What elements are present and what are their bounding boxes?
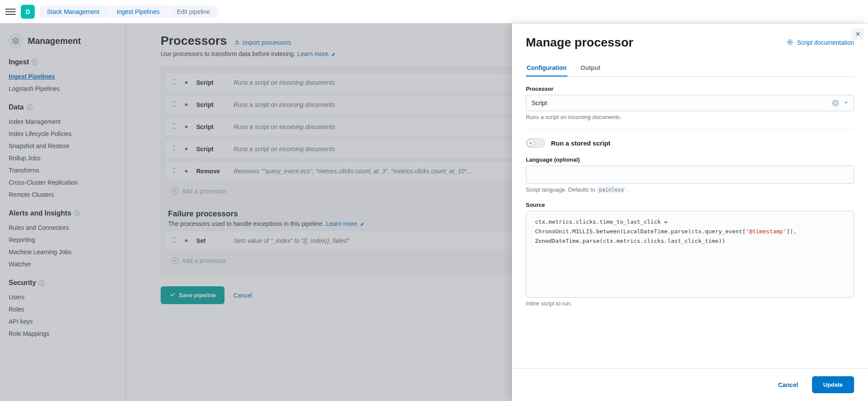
tab-output[interactable]: Output xyxy=(580,60,601,76)
script-documentation-label: Script documentation xyxy=(797,39,854,46)
language-input[interactable] xyxy=(526,166,854,184)
language-help-text: Script language. Defaults to painless . xyxy=(526,186,854,193)
space-avatar[interactable]: D xyxy=(21,5,35,19)
source-field-label: Source xyxy=(526,202,854,208)
breadcrumb-stack-management[interactable]: Stack Management xyxy=(40,6,107,18)
tab-configuration[interactable]: Configuration xyxy=(526,60,568,76)
flyout-footer: Cancel Update xyxy=(512,368,868,401)
language-field-label: Language (optional) xyxy=(526,156,854,163)
chevron-down-icon xyxy=(843,99,848,106)
stored-script-toggle[interactable]: ✕ xyxy=(526,138,545,148)
script-documentation-link[interactable]: Script documentation xyxy=(786,39,854,47)
divider xyxy=(526,129,854,129)
stored-script-label: Run a stored script xyxy=(551,139,611,147)
top-bar: D Stack Management Ingest Pipelines Edit… xyxy=(0,0,868,23)
processor-help-text: Runs a script on incoming documents. xyxy=(526,114,854,120)
svg-point-0 xyxy=(787,40,792,45)
source-code-editor[interactable]: ctx.metrics.clicks.time_to_last_click = … xyxy=(526,211,854,298)
svg-point-1 xyxy=(789,41,791,43)
close-icon: ✕ xyxy=(834,100,838,106)
breadcrumb-current: Edit pipeline xyxy=(167,6,218,18)
breadcrumb: Stack Management Ingest Pipelines Edit p… xyxy=(40,6,218,18)
flyout-close-button[interactable]: ✕ xyxy=(851,28,864,40)
manage-processor-flyout: ✕ Manage processor Script documentation … xyxy=(512,23,868,401)
breadcrumb-ingest-pipelines[interactable]: Ingest Pipelines xyxy=(107,6,168,18)
hamburger-menu-icon[interactable] xyxy=(5,7,16,17)
flyout-tabs: Configuration Output xyxy=(526,60,854,77)
source-help-text: Inline script to run. xyxy=(526,300,854,307)
flyout-update-button[interactable]: Update xyxy=(812,376,854,393)
processor-type-value: Script xyxy=(531,99,547,106)
close-icon: ✕ xyxy=(855,30,861,38)
processor-field-label: Processor xyxy=(526,86,854,92)
flyout-cancel-button[interactable]: Cancel xyxy=(771,377,805,393)
flyout-title: Manage processor xyxy=(526,36,633,50)
painless-code: painless xyxy=(597,186,626,193)
clear-selection-button[interactable]: ✕ xyxy=(832,99,839,106)
processor-type-select[interactable]: Script ✕ xyxy=(526,95,854,111)
documentation-icon xyxy=(786,39,793,47)
close-icon: ✕ xyxy=(529,141,532,146)
